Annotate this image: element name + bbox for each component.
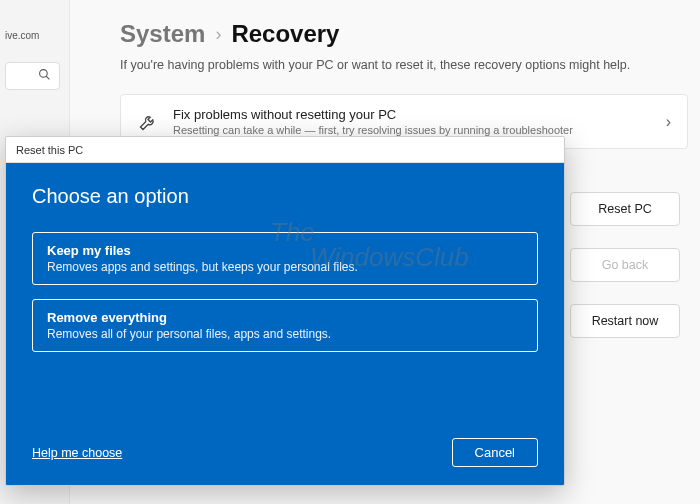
dialog-footer: Help me choose Cancel — [32, 438, 538, 467]
troubleshoot-title: Fix problems without resetting your PC — [173, 107, 652, 122]
page-title: Recovery — [231, 20, 339, 48]
option-title: Remove everything — [47, 310, 523, 325]
breadcrumb: System › Recovery — [120, 20, 688, 48]
wrench-icon — [137, 111, 159, 133]
cancel-button[interactable]: Cancel — [452, 438, 538, 467]
reset-pc-button[interactable]: Reset PC — [570, 192, 680, 226]
go-back-button: Go back — [570, 248, 680, 282]
restart-now-button[interactable]: Restart now — [570, 304, 680, 338]
account-email-fragment: ive.com — [0, 30, 39, 41]
action-button-column: Reset PC Go back Restart now — [570, 192, 680, 338]
dialog-heading: Choose an option — [32, 185, 538, 208]
svg-line-1 — [46, 76, 49, 79]
search-icon — [38, 68, 51, 84]
option-desc: Removes apps and settings, but keeps you… — [47, 260, 523, 274]
page-subtitle: If you're having problems with your PC o… — [120, 58, 688, 72]
troubleshoot-subtitle: Resetting can take a while — first, try … — [173, 124, 652, 136]
option-keep-my-files[interactable]: Keep my files Removes apps and settings,… — [32, 232, 538, 285]
dialog-body: Choose an option Keep my files Removes a… — [6, 163, 564, 485]
main-content: System › Recovery If you're having probl… — [120, 0, 688, 149]
card-text: Fix problems without resetting your PC R… — [173, 107, 652, 136]
dialog-titlebar: Reset this PC — [6, 137, 564, 163]
option-desc: Removes all of your personal files, apps… — [47, 327, 523, 341]
svg-point-0 — [40, 70, 48, 78]
search-input[interactable] — [5, 62, 60, 90]
option-remove-everything[interactable]: Remove everything Removes all of your pe… — [32, 299, 538, 352]
help-me-choose-link[interactable]: Help me choose — [32, 446, 122, 460]
breadcrumb-parent[interactable]: System — [120, 20, 205, 48]
chevron-right-icon: › — [666, 113, 671, 131]
option-title: Keep my files — [47, 243, 523, 258]
reset-pc-dialog: Reset this PC Choose an option Keep my f… — [5, 136, 565, 486]
chevron-right-icon: › — [215, 24, 221, 45]
